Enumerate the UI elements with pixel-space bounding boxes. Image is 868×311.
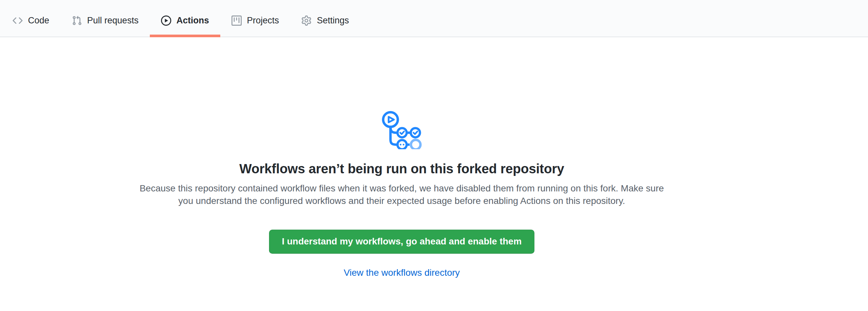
project-board-icon xyxy=(231,15,242,26)
active-tab-underline xyxy=(150,35,220,37)
actions-disabled-blankslate: Workflows aren’t being run on this forke… xyxy=(0,37,803,279)
tab-code[interactable]: Code xyxy=(1,0,61,37)
repo-tab-list: Code Pull requests Actions Projects xyxy=(0,0,868,37)
actions-workflow-graph-icon xyxy=(381,111,423,149)
tab-projects[interactable]: Projects xyxy=(220,0,290,37)
tab-settings[interactable]: Settings xyxy=(290,0,360,37)
tab-settings-label: Settings xyxy=(317,16,349,25)
tab-code-label: Code xyxy=(28,16,50,25)
enable-button-row: I understand my workflows, go ahead and … xyxy=(0,207,803,254)
enable-workflows-button[interactable]: I understand my workflows, go ahead and … xyxy=(269,229,534,254)
tab-pull-requests-label: Pull requests xyxy=(87,16,138,25)
main-content: Workflows aren’t being run on this forke… xyxy=(0,37,868,279)
workflows-link-row: View the workflows directory xyxy=(0,266,803,279)
tab-actions-label: Actions xyxy=(177,16,209,25)
view-workflows-directory-link[interactable]: View the workflows directory xyxy=(344,268,460,278)
tab-pull-requests[interactable]: Pull requests xyxy=(61,0,150,37)
tab-projects-label: Projects xyxy=(247,16,279,25)
play-circle-icon xyxy=(161,15,171,26)
git-pull-request-icon xyxy=(72,15,82,26)
tab-actions[interactable]: Actions xyxy=(150,0,220,37)
gear-icon xyxy=(301,15,311,26)
repo-tab-nav: Code Pull requests Actions Projects xyxy=(0,0,868,37)
blankslate-description: Because this repository contained workfl… xyxy=(137,182,667,207)
blankslate-heading: Workflows aren’t being run on this forke… xyxy=(0,160,803,178)
code-icon xyxy=(12,15,23,26)
